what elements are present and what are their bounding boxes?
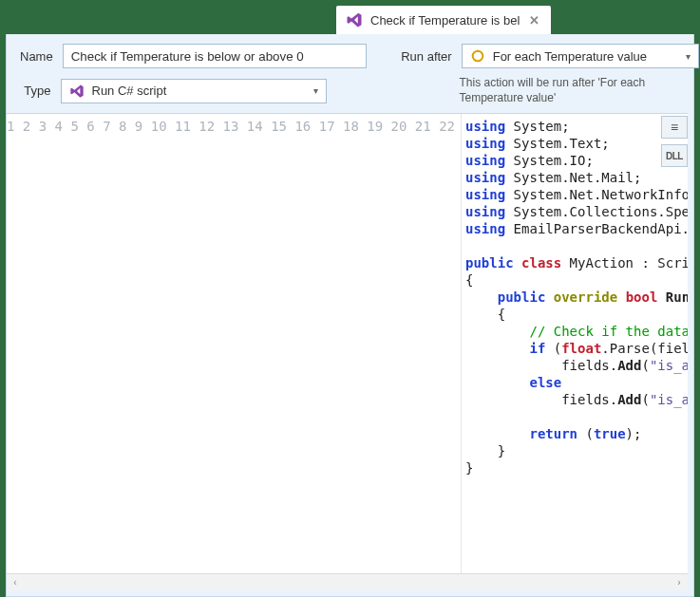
run-after-value: For each Temperature value xyxy=(493,49,678,64)
chevron-down-icon: ▾ xyxy=(686,51,691,62)
scroll-right-icon[interactable]: › xyxy=(671,574,688,591)
loop-icon xyxy=(470,48,485,64)
name-input[interactable] xyxy=(63,44,367,68)
run-after-select[interactable]: For each Temperature value ▾ xyxy=(462,44,699,68)
run-after-hint: This action will be run after 'For each … xyxy=(460,76,681,105)
close-icon[interactable]: ✕ xyxy=(527,13,541,28)
tab-action[interactable]: Check if Temperature is bel ✕ xyxy=(336,6,551,34)
tab-label: Check if Temperature is bel xyxy=(370,13,520,28)
chevron-down-icon: ▾ xyxy=(313,85,318,96)
run-after-label: Run after xyxy=(393,49,452,64)
action-header: Name Run after For each Temperature valu… xyxy=(7,34,693,113)
svg-point-0 xyxy=(472,51,482,62)
editor-side-buttons: ≡ DLL xyxy=(661,116,688,167)
code-editor[interactable]: 1 2 3 4 5 6 7 8 9 10 11 12 13 14 15 16 1… xyxy=(7,113,688,573)
dll-button[interactable]: DLL xyxy=(661,144,688,167)
line-gutter: 1 2 3 4 5 6 7 8 9 10 11 12 13 14 15 16 1… xyxy=(7,114,462,573)
name-label: Name xyxy=(20,49,53,64)
menu-button[interactable]: ≡ xyxy=(661,116,688,139)
app-window: Check if Temperature is bel ✕ Name Run a… xyxy=(0,0,700,597)
code-area[interactable]: using System; using System.Text; using S… xyxy=(462,114,688,573)
visual-studio-icon xyxy=(69,84,85,99)
action-panel: Name Run after For each Temperature valu… xyxy=(6,34,694,597)
type-value: Run C# script xyxy=(92,84,306,98)
visual-studio-icon xyxy=(346,11,363,28)
horizontal-scrollbar[interactable]: ‹ › xyxy=(7,573,688,590)
type-label: Type xyxy=(20,84,51,98)
tab-bar: Check if Temperature is bel ✕ xyxy=(6,6,694,34)
type-select[interactable]: Run C# script ▾ xyxy=(61,79,327,103)
scroll-left-icon[interactable]: ‹ xyxy=(7,574,24,591)
